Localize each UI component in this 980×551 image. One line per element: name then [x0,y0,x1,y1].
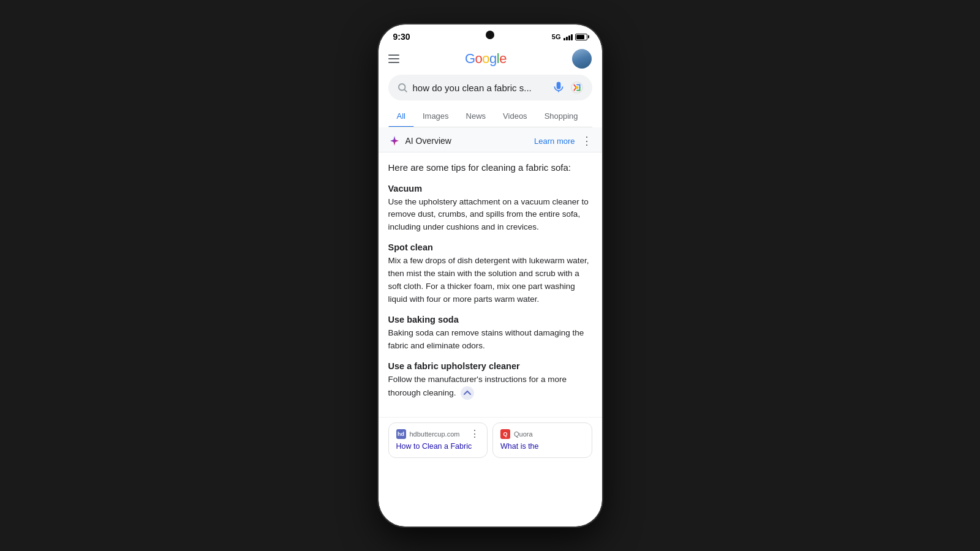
quora-favicon: Q [500,429,510,439]
source-card-quora[interactable]: Q Quora What is the [492,422,592,458]
ai-overview-right: Learn more ⋮ [534,135,592,146]
ai-section-title-vacuum: Vacuum [388,184,592,193]
battery-icon [575,34,587,40]
signal-bars-icon [564,33,573,40]
source-title-quora: What is the [500,441,584,451]
tab-news[interactable]: News [458,105,495,127]
hdbuttercup-favicon: hd [396,429,406,439]
google-lens-icon[interactable] [570,81,584,94]
svg-line-1 [404,89,406,91]
hamburger-menu-icon[interactable] [388,54,399,63]
search-query: how do you clean a fabric s... [413,83,547,93]
ai-spark-icon [388,135,401,147]
content-area: AI Overview Learn more ⋮ Here are some t… [379,127,602,527]
ai-section-title-upholstery-cleaner: Use a fabric upholstery cleaner [388,361,592,371]
tab-images[interactable]: Images [414,105,458,127]
source-card-header: hd hdbuttercup.com ⋮ [396,429,480,439]
ai-section-text-spot-clean: Mix a few drops of dish detergent with l… [388,255,592,306]
status-time: 9:30 [393,32,410,42]
network-indicator: 5G [552,33,561,40]
ai-section-vacuum: Vacuum Use the upholstery attachment on … [388,184,592,234]
camera-notch [486,31,494,39]
source-cards: hd hdbuttercup.com ⋮ How to Clean a Fabr… [379,417,602,465]
ai-section-text-upholstery-cleaner: Follow the manufacturer's instructions f… [388,373,592,400]
ai-intro-text: Here are some tips for cleaning a fabric… [388,161,592,175]
ai-overview-left: AI Overview [388,135,451,147]
source-card-header-quora: Q Quora [500,429,584,439]
ai-overview-label: AI Overview [405,136,451,146]
ai-section-baking-soda: Use baking soda Baking soda can remove s… [388,315,592,353]
collapse-button[interactable] [461,386,474,400]
source-title-hdbuttercup: How to Clean a Fabric [396,441,480,451]
ai-section-text-baking-soda: Baking soda can remove stains without da… [388,327,592,353]
google-logo: Google [465,51,507,67]
phone-screen: 9:30 5G [379,24,602,527]
ai-section-title-baking-soda: Use baking soda [388,315,592,324]
tab-personal[interactable]: Pers... [587,105,592,127]
more-options-button[interactable]: ⋮ [581,135,592,146]
source-card-hdbuttercup[interactable]: hd hdbuttercup.com ⋮ How to Clean a Fabr… [388,422,488,458]
source-domain-hdbuttercup: hdbuttercup.com [410,430,460,438]
ai-section-title-spot-clean: Spot clean [388,242,592,252]
status-icons: 5G [552,33,587,40]
ai-content: Here are some tips for cleaning a fabric… [379,152,602,417]
tab-shopping[interactable]: Shopping [536,105,587,127]
google-header: Google how do you clean a fabric s... [379,44,602,127]
ai-section-text-vacuum: Use the upholstery attachment on a vacuu… [388,196,592,234]
ai-section-upholstery-cleaner: Use a fabric upholstery cleaner Follow t… [388,361,592,400]
source-info-quora: Q Quora [500,429,533,439]
avatar[interactable] [572,49,592,69]
svg-point-3 [575,86,578,89]
header-row: Google [388,49,592,69]
ai-section-spot-clean: Spot clean Mix a few drops of dish deter… [388,242,592,306]
source-more-options[interactable]: ⋮ [470,429,480,439]
voice-search-icon[interactable] [552,81,565,94]
tab-all[interactable]: All [388,105,414,127]
search-tabs: All Images News Videos Shopping Pers... [388,105,592,127]
ai-overview-header: AI Overview Learn more ⋮ [379,127,602,152]
tab-videos[interactable]: Videos [494,105,536,127]
search-icon [397,82,408,93]
source-info: hd hdbuttercup.com [396,429,460,439]
phone-shell: 9:30 5G [379,24,602,527]
source-domain-quora: Quora [514,430,533,438]
learn-more-link[interactable]: Learn more [534,137,575,146]
search-bar[interactable]: how do you clean a fabric s... [388,75,592,100]
